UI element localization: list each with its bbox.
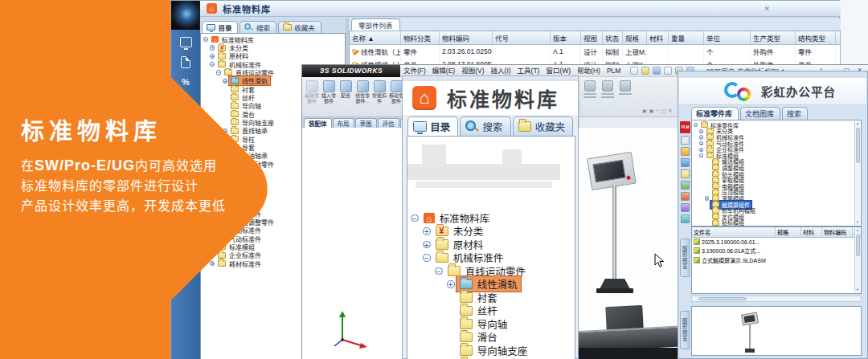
tree-item[interactable]: −标准物料库 bbox=[411, 211, 575, 225]
tree-item[interactable]: −标准物料库 bbox=[203, 35, 345, 43]
scrollbar[interactable] bbox=[854, 121, 860, 225]
tree-item[interactable]: −直线运动零件 bbox=[411, 264, 575, 278]
menu-item[interactable]: PLM bbox=[604, 65, 624, 77]
ribbon-button-配合[interactable]: 配合 bbox=[338, 79, 354, 116]
tree-item[interactable]: +导向轴支座 bbox=[411, 344, 575, 357]
tree-item[interactable]: +触摸屏组件 bbox=[694, 202, 854, 208]
expand-icon[interactable]: + bbox=[423, 241, 431, 249]
tab-评估[interactable]: 评估 bbox=[378, 118, 399, 128]
collapse-icon[interactable]: − bbox=[216, 70, 221, 75]
horizontal-scrollbar[interactable] bbox=[691, 296, 862, 302]
tree-item[interactable]: +贴标模组 bbox=[694, 220, 854, 226]
ribbon-button-插入零[interactable]: 插入零部件 bbox=[321, 79, 337, 116]
tab-搜索[interactable]: 搜索 bbox=[240, 21, 276, 33]
viewport-control-icon[interactable]: ▢ bbox=[661, 108, 666, 113]
plm-tool-icon[interactable] bbox=[681, 136, 690, 145]
table-row[interactable]: 2025-3.190000.06.01... bbox=[692, 238, 861, 246]
expand-icon[interactable]: + bbox=[699, 135, 703, 139]
tab-标准零件库[interactable]: 标准零件库 bbox=[691, 107, 739, 120]
expand-icon[interactable]: + bbox=[223, 79, 227, 84]
tab-装配体[interactable]: 装配体 bbox=[304, 118, 332, 128]
monitor-icon[interactable] bbox=[180, 37, 192, 47]
open-icon[interactable] bbox=[641, 67, 649, 75]
expand-icon[interactable]: + bbox=[210, 261, 215, 266]
expand-icon[interactable]: + bbox=[699, 141, 703, 145]
plm-badge[interactable]: PLM bbox=[680, 121, 690, 133]
tree-item[interactable]: +原材料 bbox=[203, 52, 345, 60]
tree-item[interactable]: +拿取模组 bbox=[694, 177, 854, 183]
tree-item[interactable]: +电箱模组 bbox=[694, 183, 854, 190]
collapse-icon[interactable]: − bbox=[699, 153, 703, 157]
scrollbar[interactable] bbox=[854, 228, 860, 292]
plm-tool-icon[interactable] bbox=[681, 147, 690, 156]
column-header[interactable]: 文件名 bbox=[692, 227, 776, 237]
expand-icon[interactable]: + bbox=[699, 148, 703, 152]
tab-目录[interactable]: 目录 bbox=[202, 21, 238, 33]
tab-搜索[interactable]: 搜索 bbox=[460, 116, 510, 136]
plm-tool-icon[interactable] bbox=[681, 181, 690, 190]
close-icon[interactable]: ✕ bbox=[764, 5, 770, 13]
app-logo-icon[interactable] bbox=[171, 1, 200, 30]
tab-目录[interactable]: 目录 bbox=[407, 116, 458, 136]
ribbon-button-编辑零[interactable]: 编辑零部件 bbox=[304, 79, 320, 116]
tree-item[interactable]: +调整模组 bbox=[694, 165, 854, 171]
ribbon-tool-icon[interactable] bbox=[601, 80, 614, 114]
tree-item[interactable]: +未分类 bbox=[203, 43, 345, 51]
column-header[interactable]: 规格 bbox=[623, 31, 647, 44]
collapse-icon[interactable]: − bbox=[203, 37, 208, 42]
tree-item[interactable]: +衬套 bbox=[411, 291, 575, 304]
viewport-control-icon[interactable]: ✕ bbox=[668, 108, 672, 113]
parts-list-tab[interactable]: 零部件列表 bbox=[351, 18, 400, 31]
tab-文档图库[interactable]: 文档图库 bbox=[740, 107, 780, 120]
column-header[interactable]: 名称 ▲ bbox=[350, 31, 401, 44]
column-header[interactable]: 材料 bbox=[801, 227, 822, 237]
tree-item[interactable]: +定位模组 bbox=[694, 214, 854, 220]
expand-icon[interactable]: + bbox=[423, 227, 431, 235]
expand-icon[interactable]: + bbox=[447, 280, 455, 288]
column-header[interactable]: 生产类型 bbox=[751, 31, 796, 44]
tree-item[interactable]: +未分类 bbox=[411, 225, 575, 239]
column-header[interactable]: 物料编码 bbox=[822, 227, 853, 237]
tab-搜索[interactable]: 搜索 bbox=[782, 107, 808, 120]
tab-收藏夹[interactable]: 收藏夹 bbox=[513, 116, 574, 136]
expand-icon[interactable]: + bbox=[705, 196, 709, 200]
new-file-icon[interactable] bbox=[630, 67, 638, 75]
column-header[interactable]: 结构类型 bbox=[796, 31, 836, 44]
plm-tool-icon[interactable] bbox=[681, 158, 690, 167]
tab-布局[interactable]: 布局 bbox=[333, 118, 354, 128]
column-header[interactable]: 规格 bbox=[776, 227, 801, 237]
collapse-icon[interactable]: − bbox=[423, 254, 431, 262]
graphics-preview-tab[interactable]: 图形预览 bbox=[680, 311, 690, 349]
print-icon[interactable] bbox=[664, 67, 672, 75]
tree-item[interactable]: +线性滑轨 bbox=[411, 278, 575, 292]
tab-草图[interactable]: 草图 bbox=[355, 118, 377, 128]
expand-icon[interactable]: + bbox=[210, 54, 215, 59]
column-header[interactable]: 材料 bbox=[647, 31, 669, 44]
expand-icon[interactable]: + bbox=[210, 45, 215, 50]
column-header[interactable]: 单位 bbox=[704, 31, 751, 44]
plm-tool-icon[interactable] bbox=[681, 192, 690, 201]
ribbon-button-智能扣[interactable]: 智能扣件 bbox=[371, 79, 387, 116]
ribbon-tool-icon[interactable] bbox=[583, 80, 596, 114]
tree-item[interactable]: +输送模组 bbox=[694, 159, 854, 165]
table-row[interactable]: 3.190000.06.01A立式... bbox=[692, 246, 861, 255]
column-header[interactable]: 代号 bbox=[493, 31, 551, 44]
table-row[interactable]: 立式触摸屏演示.SLDASM bbox=[692, 255, 861, 265]
collapse-icon[interactable]: − bbox=[210, 62, 215, 67]
collapse-icon[interactable]: − bbox=[411, 214, 419, 222]
plm-tool-icon[interactable] bbox=[681, 203, 690, 212]
tree-item[interactable]: +丝杆 bbox=[411, 304, 575, 318]
column-header[interactable]: 物料编码 bbox=[440, 31, 493, 44]
save-icon[interactable] bbox=[653, 67, 661, 75]
document-icon[interactable] bbox=[181, 56, 190, 68]
tree-item[interactable]: −机械标准件 bbox=[411, 251, 575, 265]
tree-item[interactable]: +压顶模组 bbox=[694, 190, 854, 196]
plm-tool-icon[interactable] bbox=[681, 214, 690, 223]
viewport-control-icon[interactable]: ▣ bbox=[649, 108, 654, 113]
percent-icon[interactable] bbox=[180, 77, 192, 88]
tree-item[interactable]: +刹车机构模组 bbox=[694, 207, 854, 214]
graphics-preview-tab[interactable]: 图形预览 bbox=[680, 239, 690, 277]
tab-收藏夹[interactable]: 收藏夹 bbox=[278, 21, 321, 33]
collapse-icon[interactable]: − bbox=[435, 267, 443, 275]
column-header[interactable]: 物料分类 bbox=[401, 31, 440, 44]
